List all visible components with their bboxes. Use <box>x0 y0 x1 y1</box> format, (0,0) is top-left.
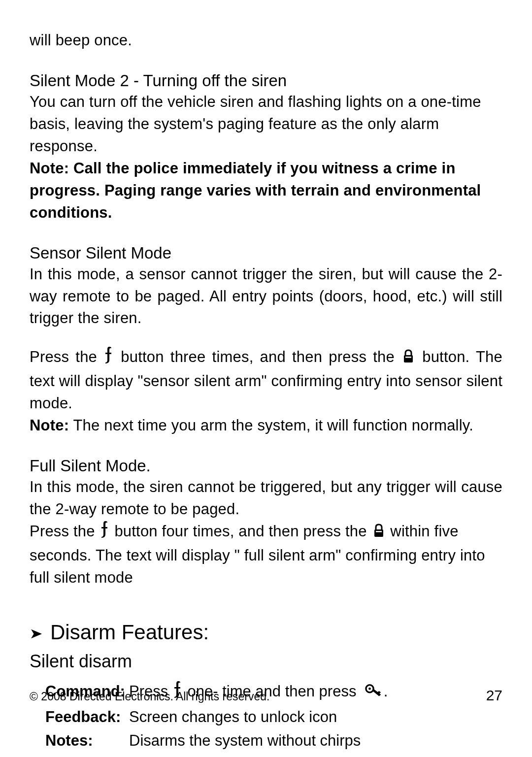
page-number: 27 <box>486 687 502 704</box>
silent-mode-2-note: Note: Call the police immediately if you… <box>30 158 502 224</box>
sensor-silent-body2: Press the button three times, and then p… <box>30 346 502 415</box>
silent-mode-2-body: You can turn off the vehicle siren and f… <box>30 91 502 158</box>
note-label: Note: <box>30 417 69 434</box>
heading-silent-disarm: Silent disarm <box>30 651 502 672</box>
row-notes: Notes: Disarms the system without chirps <box>45 729 502 753</box>
sensor-silent-body1: In this mode, a sensor cannot trigger th… <box>30 263 502 330</box>
full-silent-body1: In this mode, the siren cannot be trigge… <box>30 476 502 521</box>
sensor-silent-note: Note: The next time you arm the system, … <box>30 415 502 437</box>
intro-fragment: will beep once. <box>30 30 502 52</box>
text-fragment: button three times, and then press the <box>114 348 401 365</box>
note-text: The next time you arm the system, it wil… <box>69 417 473 434</box>
value-feedback: Screen changes to unlock icon <box>129 705 502 729</box>
row-feedback: Feedback: Screen changes to unlock icon <box>45 705 502 729</box>
value-notes: Disarms the system without chirps <box>129 729 502 753</box>
label-feedback: Feedback: <box>45 705 129 729</box>
label-notes: Notes: <box>45 729 129 753</box>
heading-silent-mode-2: Silent Mode 2 - Turning off the siren <box>30 71 502 90</box>
section-title-text: Disarm Features: <box>50 621 209 644</box>
copyright-text: © 2008 Directed Electronics. All rights … <box>30 690 269 703</box>
full-silent-body2: Press the button four times, and then pr… <box>30 521 502 589</box>
f-button-icon <box>103 346 114 370</box>
page-body: will beep once. Silent Mode 2 - Turning … <box>0 0 532 757</box>
page-footer: © 2008 Directed Electronics. All rights … <box>30 687 502 704</box>
f-button-icon <box>100 521 110 545</box>
text-fragment: button four times, and then press the <box>110 523 371 540</box>
text-fragment: Press the <box>30 523 100 540</box>
text-fragment: Press the <box>30 348 103 365</box>
heading-full-silent: Full Silent Mode. <box>30 457 502 475</box>
heading-sensor-silent: Sensor Silent Mode <box>30 244 502 263</box>
chevron-right-icon <box>30 621 44 644</box>
lock-icon <box>371 523 386 545</box>
section-disarm-features: Disarm Features: <box>30 621 502 644</box>
lock-icon <box>401 348 416 370</box>
